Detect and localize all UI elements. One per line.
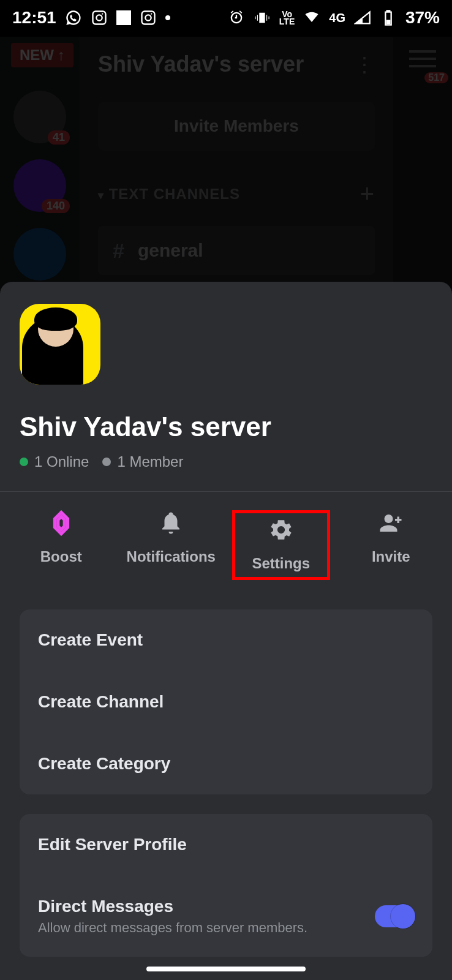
- create-group: Create Event Create Channel Create Categ…: [20, 609, 432, 794]
- vibrate-icon: [254, 9, 271, 26]
- create-channel-item[interactable]: Create Channel: [20, 671, 432, 733]
- server-icon: [13, 228, 66, 281]
- add-user-icon: [378, 510, 404, 536]
- online-dot-icon: [20, 458, 28, 466]
- kebab-icon: ⋮: [354, 52, 375, 77]
- wifi-icon: [303, 9, 320, 26]
- hash-icon: #: [113, 239, 124, 263]
- server-group: Edit Server Profile Direct Messages Allo…: [20, 814, 432, 957]
- volte-indicator: VoLTE: [279, 10, 295, 25]
- bell-icon: [158, 510, 184, 536]
- status-bar: 12:51 VoLTE 4G 37%: [0, 0, 452, 37]
- status-time: 12:51: [12, 8, 56, 28]
- signal-icon: [354, 9, 371, 26]
- server-menu-sheet: Shiv Yadav's server 1 Online 1 Member Bo…: [0, 282, 452, 980]
- instagram-icon: [140, 9, 157, 26]
- action-label: Settings: [252, 555, 310, 572]
- boost-button[interactable]: Boost: [12, 510, 110, 580]
- server-name: Shiv Yadav's server: [20, 412, 432, 442]
- server-icon: 41: [13, 91, 66, 143]
- create-event-item[interactable]: Create Event: [20, 609, 432, 671]
- action-row: Boost Notifications Settings Invite: [0, 492, 452, 601]
- menu-icon: [409, 58, 436, 60]
- settings-button[interactable]: Settings: [232, 510, 330, 580]
- battery-icon: [380, 9, 397, 26]
- whatsapp-icon: [65, 9, 82, 26]
- member-dot-icon: [102, 458, 111, 466]
- edit-server-profile-item[interactable]: Edit Server Profile: [20, 814, 432, 875]
- server-title: Shiv Yadav's server: [98, 51, 304, 77]
- online-count: 1 Online: [34, 453, 89, 470]
- text-channels-header: TEXT CHANNELS: [109, 186, 240, 202]
- member-count: 1 Member: [117, 453, 183, 470]
- invite-members-button: Invite Members: [98, 102, 375, 151]
- action-label: Notifications: [127, 548, 216, 565]
- server-icon: 140: [13, 159, 66, 212]
- network-type: 4G: [329, 11, 345, 25]
- server-avatar[interactable]: [20, 304, 100, 385]
- create-category-item[interactable]: Create Category: [20, 733, 432, 794]
- action-label: Boost: [40, 548, 82, 565]
- dm-toggle[interactable]: [375, 905, 414, 927]
- notifications-button[interactable]: Notifications: [122, 510, 220, 580]
- instagram-icon: [91, 9, 108, 26]
- action-label: Invite: [372, 548, 410, 565]
- boost-icon: [48, 510, 74, 536]
- dm-subtitle: Allow direct messages from server member…: [38, 920, 307, 936]
- invite-button[interactable]: Invite: [342, 510, 440, 580]
- home-indicator: [146, 967, 306, 971]
- channel-general: # general: [98, 226, 375, 275]
- new-badge: NEW ↑: [11, 43, 73, 67]
- battery-percent: 37%: [405, 8, 440, 28]
- unread-badge: 517: [424, 72, 448, 83]
- direct-messages-item[interactable]: Direct Messages Allow direct messages fr…: [20, 875, 432, 957]
- app-placeholder-icon: [116, 10, 131, 25]
- add-channel-icon: +: [360, 180, 375, 208]
- gear-icon: [268, 517, 294, 543]
- more-notifications-dot-icon: [165, 15, 170, 20]
- alarm-icon: [228, 9, 245, 26]
